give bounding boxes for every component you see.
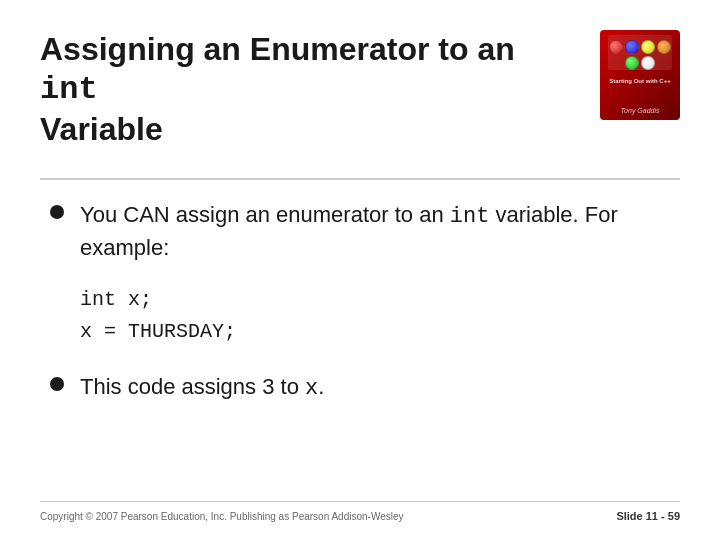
bullet-text-1: You CAN assign an enumerator to an int v… [80,200,680,264]
bullet1-code: int [450,204,490,229]
bullet2-code: x [305,376,318,401]
bullet-text-2: This code assigns 3 to x. [80,372,324,405]
title-divider [40,178,680,180]
book-cover: Starting Out with C++ Tony Gaddis [600,30,680,120]
ball-1 [609,40,623,54]
book-title: Starting Out with C++ [604,78,676,86]
title-block: Assigning an Enumerator to an int Variab… [40,30,580,148]
billiard-balls-decoration [600,36,680,74]
bullet2-text-after: . [318,374,324,399]
bullet1-text-before: You CAN assign an enumerator to an [80,202,450,227]
ball-3 [641,40,655,54]
slide-header: Assigning an Enumerator to an int Variab… [40,30,680,148]
ball-5 [625,56,639,70]
bullet-dot-2 [50,377,64,391]
slide-number: Slide 11 - 59 [616,510,680,522]
slide: Assigning an Enumerator to an int Variab… [0,0,720,540]
title-code-int: int [40,71,98,108]
slide-footer: Copyright © 2007 Pearson Education, Inc.… [40,501,680,522]
book-author: Tony Gaddis [604,107,676,114]
code-line-2: x = THURSDAY; [80,316,680,348]
slide-content: You CAN assign an enumerator to an int v… [40,200,680,404]
ball-6 [641,56,655,70]
bullet2-text-before: This code assigns 3 to [80,374,305,399]
slide-title-line1: Assigning an Enumerator to an int [40,30,580,110]
bullet-item-1: You CAN assign an enumerator to an int v… [50,200,680,264]
bullet-dot-1 [50,205,64,219]
title-text-part1: Assigning an Enumerator to an [40,31,515,67]
code-line-1: int x; [80,284,680,316]
code-example: int x; x = THURSDAY; [80,284,680,348]
ball-4 [657,40,671,54]
slide-title-line2: Variable [40,110,580,148]
title-text-part2: Variable [40,111,163,147]
bullet-item-2: This code assigns 3 to x. [50,372,680,405]
ball-2 [625,40,639,54]
copyright-text: Copyright © 2007 Pearson Education, Inc.… [40,511,404,522]
